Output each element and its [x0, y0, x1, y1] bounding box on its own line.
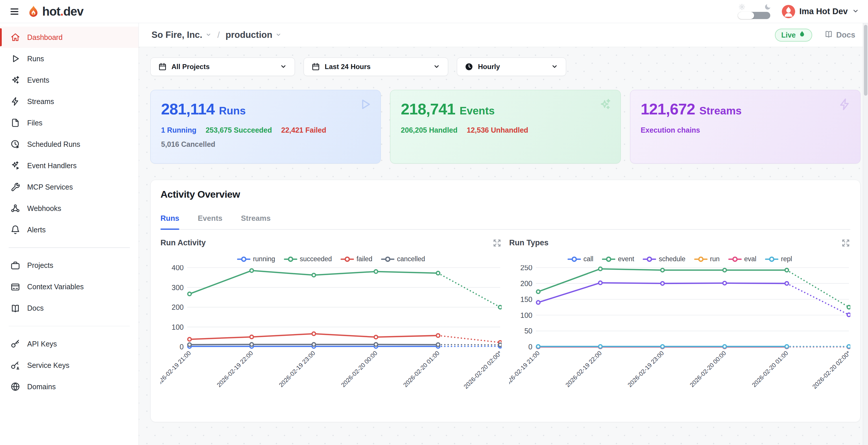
legend-label: eval [744, 255, 756, 263]
sidebar-item-events[interactable]: Events [0, 69, 138, 91]
breadcrumb-env[interactable]: production [225, 30, 282, 40]
scrollbar[interactable] [863, 23, 868, 445]
sidebar-item-projects[interactable]: Projects [0, 255, 138, 276]
sidebar-item-api-keys[interactable]: API Keys [0, 333, 138, 355]
expand-button[interactable] [841, 239, 850, 249]
tab-runs[interactable]: Runs [160, 214, 179, 229]
svg-text:50: 50 [524, 327, 532, 335]
legend-marker-icon [765, 256, 778, 262]
sidebar-item-docs[interactable]: Docs [0, 298, 138, 319]
sidebar-item-label: Webhooks [27, 204, 61, 213]
svg-text:2026-02-19 23:00: 2026-02-19 23:00 [626, 350, 665, 388]
tab-streams[interactable]: Streams [241, 214, 271, 229]
theme-switch[interactable] [738, 12, 770, 19]
svg-text:200: 200 [520, 279, 532, 288]
scrollbar-thumb[interactable] [864, 25, 867, 96]
legend-label: cancelled [397, 255, 425, 263]
sidebar-item-dashboard[interactable]: Dashboard [0, 27, 138, 48]
svg-text:100: 100 [172, 323, 184, 331]
docs-link[interactable]: Docs [824, 30, 855, 40]
svg-text:2026-02-20 01:00: 2026-02-20 01:00 [751, 350, 789, 388]
key-icon [10, 339, 20, 349]
sidebar-item-files[interactable]: Files [0, 112, 138, 133]
legend-item-schedule[interactable]: schedule [643, 255, 685, 263]
stat-card-events[interactable]: 218,741Events206,205 Handled12,536 Unhan… [390, 90, 620, 164]
flame-icon [798, 30, 806, 40]
stat-chip: 5,016 Cancelled [161, 140, 215, 149]
user-menu[interactable]: Ima Hot Dev [782, 5, 859, 18]
home-icon [10, 32, 20, 42]
sidebar-item-label: Domains [27, 383, 56, 391]
sidebar-item-label: Event Handlers [27, 162, 76, 170]
activity-overview-title: Activity Overview [160, 189, 850, 200]
stat-chip: 206,205 Handled [401, 126, 458, 134]
live-label: Live [781, 31, 796, 39]
chevron-down-icon [433, 63, 440, 70]
sidebar-item-webhooks[interactable]: Webhooks [0, 198, 138, 219]
sidebar-item-service-keys[interactable]: Service Keys [0, 355, 138, 376]
legend-item-failed[interactable]: failed [341, 255, 372, 263]
chart-run-types: Run Typescalleventschedulerunevalrepl050… [509, 239, 850, 410]
breadcrumb-org[interactable]: So Fire, Inc. [152, 30, 212, 40]
legend-label: succeeded [300, 255, 332, 263]
svg-text:2026-02-19 22:00: 2026-02-19 22:00 [215, 350, 254, 388]
legend-item-succeeded[interactable]: succeeded [284, 255, 332, 263]
filter-granularity-dropdown[interactable]: Hourly [457, 58, 566, 76]
sidebar-item-domains[interactable]: Domains [0, 376, 138, 397]
chart-plot-run-activity: 01002003004002026-02-19 21:002026-02-19 … [160, 265, 502, 410]
avatar-flame-icon [782, 5, 795, 18]
legend-item-event[interactable]: event [602, 255, 634, 263]
legend-item-run[interactable]: run [694, 255, 720, 263]
sidebar-item-mcp-services[interactable]: MCP Services [0, 176, 138, 198]
stat-card-runs[interactable]: 281,114Runs1 Running253,675 Succeeded22,… [150, 90, 381, 164]
play-icon [359, 98, 372, 111]
svg-text:0: 0 [528, 343, 532, 351]
filter-time-range-dropdown[interactable]: Last 24 Hours [304, 58, 448, 76]
tab-events[interactable]: Events [198, 214, 222, 229]
chevron-down-icon [852, 7, 859, 16]
sidebar-item-scheduled-runs[interactable]: Scheduled Runs [0, 133, 138, 155]
svg-text:2026-02-20 00:00: 2026-02-20 00:00 [688, 350, 727, 388]
legend-item-eval[interactable]: eval [728, 255, 756, 263]
legend-item-call[interactable]: call [567, 255, 594, 263]
sidebar-item-label: Scheduled Runs [27, 140, 80, 149]
activity-overview-card: Activity Overview RunsEventsStreams Run … [150, 180, 861, 422]
expand-button[interactable] [492, 239, 502, 249]
calendar-icon [158, 62, 167, 71]
sidebar-item-event-handlers[interactable]: Event Handlers [0, 155, 138, 176]
breadcrumb: So Fire, Inc. / production [152, 30, 282, 40]
legend-marker-icon [602, 256, 615, 262]
stat-card-streams[interactable]: 121,672StreamsExecution chains [630, 90, 861, 164]
sidebar: DashboardRunsEventsStreamsFilesScheduled… [0, 23, 139, 445]
legend-item-running[interactable]: running [237, 255, 275, 263]
moon-icon [764, 3, 771, 12]
sidebar-item-alerts[interactable]: Alerts [0, 219, 138, 241]
stat-label: Runs [219, 105, 246, 117]
menu-icon[interactable] [9, 6, 20, 17]
svg-text:2026-02-20 02:00*: 2026-02-20 02:00* [811, 350, 850, 390]
svg-text:150: 150 [520, 295, 532, 304]
flame-logo-icon [27, 5, 40, 18]
sidebar-item-streams[interactable]: Streams [0, 91, 138, 112]
zap-icon [10, 97, 20, 106]
theme-switch-knob[interactable] [738, 12, 754, 19]
legend-item-cancelled[interactable]: cancelled [381, 255, 425, 263]
filter-project-dropdown[interactable]: All Projects [150, 58, 295, 76]
legend-marker-icon [567, 256, 581, 262]
svg-text:2026-02-19 21:00: 2026-02-19 21:00 [509, 350, 541, 388]
sidebar-item-label: Alerts [27, 226, 46, 234]
globe-icon [10, 382, 20, 391]
sidebar-item-label: Dashboard [27, 33, 62, 42]
legend-marker-icon [728, 256, 742, 262]
menu-icon [9, 6, 20, 17]
legend-item-repl[interactable]: repl [765, 255, 792, 263]
live-badge[interactable]: Live [775, 29, 812, 42]
brand-name: hot.dev [42, 5, 83, 19]
sidebar-item-runs[interactable]: Runs [0, 48, 138, 69]
sidebar-item-context-variables[interactable]: Context Variables [0, 276, 138, 298]
legend-label: schedule [659, 255, 685, 263]
theme-toggle[interactable] [738, 4, 772, 19]
expand-icon [841, 239, 850, 248]
brand-logo[interactable]: hot.dev [27, 5, 83, 19]
chevron-down-icon [551, 63, 558, 70]
